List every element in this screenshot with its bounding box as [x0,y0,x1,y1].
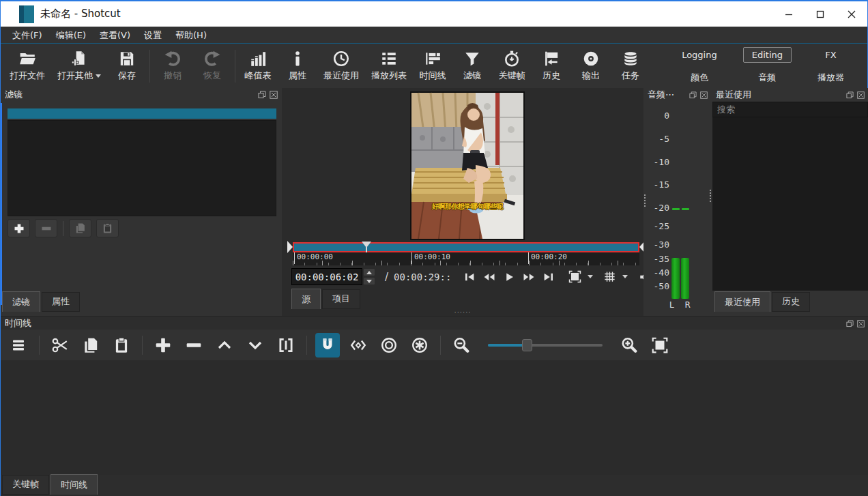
skip-next-button[interactable] [538,269,558,285]
skip-previous-button[interactable] [459,269,479,285]
layout-logging[interactable]: Logging [674,48,725,62]
save-button[interactable]: 保存 [107,47,147,85]
db-scale-label: -25 [643,221,669,231]
jobs-button[interactable]: 任务 [611,47,650,85]
layout-color[interactable]: 颜色 [682,70,717,86]
overwrite-button[interactable] [243,333,267,358]
keyframes-icon [503,50,521,68]
recent-list[interactable] [712,117,868,291]
chevron-down-icon[interactable] [622,275,628,278]
close-dock-icon[interactable] [700,91,708,99]
export-button[interactable]: 输出 [571,47,611,85]
spin-up-button[interactable] [363,268,375,276]
ripple-toggle-button[interactable] [377,333,401,358]
timeline-zoom-slider[interactable] [488,338,603,352]
timeline-tracks-area[interactable] [1,360,868,475]
peak-meter-button[interactable]: 峰值表 [238,47,278,85]
ripple-delete-button[interactable] [182,333,206,358]
timeline-panel-title-bar: 时间线 [1,317,868,330]
float-dock-icon[interactable] [846,91,854,99]
layout-editing[interactable]: Editing [743,47,792,63]
cut-button[interactable] [48,333,72,358]
menu-settings[interactable]: 设置 [138,28,168,43]
grid-button[interactable] [600,269,620,285]
scrub-while-dragging-button[interactable] [346,333,371,358]
splitter-handle[interactable]: ······ [454,308,471,316]
layout-audio[interactable]: 音频 [750,70,784,86]
remove-filter-button[interactable] [35,219,57,237]
open-other-button[interactable]: 打开其他 [51,47,107,85]
close-dock-icon[interactable] [270,91,278,99]
undo-button[interactable]: 撤销 [153,47,192,85]
db-scale-label: -40 [643,267,669,278]
zoom-fit-player-button[interactable] [565,269,585,285]
float-dock-icon[interactable] [689,91,697,99]
ruler-label: 00:00:00 [294,252,333,264]
float-dock-icon[interactable] [846,320,854,327]
float-dock-icon[interactable] [258,91,266,99]
video-preview[interactable]: 好啊那你想学哪句哪些呢 [410,91,525,240]
filters-list[interactable] [8,120,276,216]
zoom-fit-button[interactable] [648,333,672,358]
snap-toggle-button[interactable] [315,333,340,358]
menu-file[interactable]: 文件(F) [6,28,48,43]
tab-project[interactable]: 项目 [322,289,360,309]
menu-help[interactable]: 帮助(H) [169,28,213,43]
time-ruler[interactable]: 00:00:00 00:00:10 00:00:20 [293,252,639,265]
close-dock-icon[interactable] [857,320,865,327]
playlist-button[interactable]: 播放列表 [365,47,413,85]
tab-properties[interactable]: 属性 [42,292,80,312]
search-input[interactable] [712,102,868,117]
position-field[interactable]: 00:00:06:02 [291,268,362,285]
tab-history[interactable]: 历史 [772,292,810,312]
menu-bar: 文件(F) 编辑(E) 查看(V) 设置 帮助(H) [1,27,867,44]
lift-button[interactable] [212,333,237,358]
tab-filters[interactable]: 滤镜 [2,291,40,312]
playhead[interactable] [362,242,371,248]
chevron-down-icon[interactable] [588,275,593,278]
play-button[interactable] [499,269,519,285]
menu-view[interactable]: 查看(V) [93,28,136,43]
close-button[interactable] [836,1,867,27]
zoom-in-button[interactable] [617,333,641,358]
splitter-handle[interactable] [643,194,646,207]
scrubber-bar[interactable] [293,242,639,252]
layout-player[interactable]: 播放器 [809,70,852,86]
filters-selected-header[interactable] [8,108,276,119]
peak-meter-icon [249,50,267,68]
paste-button[interactable] [109,333,134,358]
slider-handle[interactable] [522,339,532,351]
spin-down-button[interactable] [363,277,375,285]
trim-in-marker[interactable] [287,241,293,253]
fast-forward-button[interactable] [519,269,538,285]
minimize-button[interactable] [773,1,805,27]
layout-fx[interactable]: FX [817,48,844,62]
peak-indicator-left [672,208,680,210]
ripple-all-tracks-button[interactable] [407,333,432,358]
split-button[interactable] [274,333,298,358]
history-button[interactable]: 历史 [532,47,571,85]
rewind-button[interactable] [479,269,499,285]
keyframes-button[interactable]: 关键帧 [492,47,532,85]
copy-button[interactable] [78,333,103,358]
menu-edit[interactable]: 编辑(E) [50,28,92,43]
copy-filters-button[interactable] [69,219,91,237]
filters-button[interactable]: 滤镜 [452,47,492,85]
append-button[interactable] [151,333,175,358]
open-file-button[interactable]: 打开文件 [3,47,51,85]
zoom-out-button[interactable] [449,333,474,358]
tab-keyframes[interactable]: 关键帧 [2,475,49,495]
channel-labels: L R [669,300,695,310]
timeline-button[interactable]: 时间线 [413,47,452,85]
close-dock-icon[interactable] [857,91,865,99]
maximize-button[interactable] [805,1,836,27]
tab-recent[interactable]: 最近使用 [714,291,770,312]
tab-timeline[interactable]: 时间线 [50,474,98,495]
redo-button[interactable]: 恢复 [192,47,232,85]
timeline-menu-button[interactable] [6,333,31,358]
recent-button[interactable]: 最近使用 [317,47,365,85]
tab-source[interactable]: 源 [291,289,321,309]
add-filter-button[interactable] [8,219,30,237]
paste-filters-button[interactable] [96,219,119,237]
properties-button[interactable]: 属性 [278,47,317,85]
